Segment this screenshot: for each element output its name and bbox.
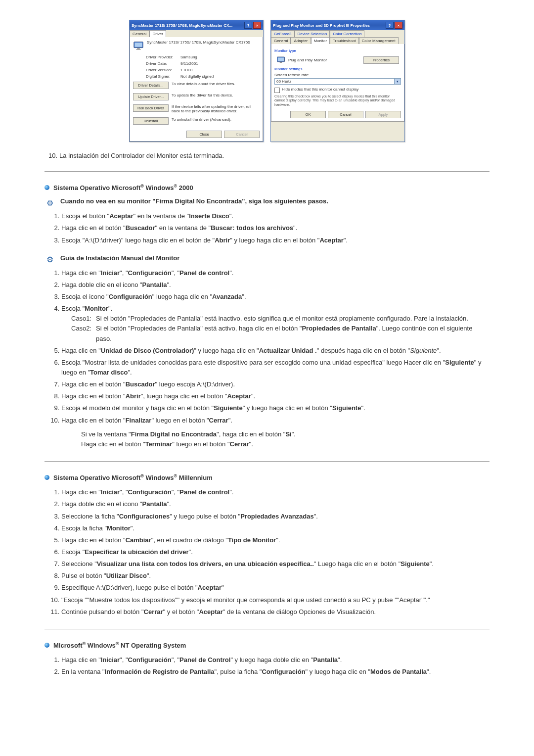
monitor-name: Plug and Play Monitor (288, 58, 327, 62)
monitor-icon (276, 55, 285, 64)
close-icon[interactable]: × (253, 22, 261, 29)
svg-rect-6 (280, 62, 282, 63)
svg-rect-1 (135, 43, 142, 47)
step-number: 10. (48, 152, 57, 159)
tab-troubleshoot[interactable]: Troubleshoot (330, 37, 358, 44)
list-item: Haga clic en "Unidad de Disco (Controlad… (61, 346, 490, 356)
list-item: En la ventana "Información de Registro d… (61, 667, 490, 677)
tab-general[interactable]: General (271, 37, 291, 44)
list-item: Haga clic en el botón "Buscador" luego e… (61, 379, 490, 389)
list-item: Haga clic en "Iniciar", "Configuración",… (61, 487, 490, 497)
list-item: Pulse el botón "Utilizar Disco". (61, 571, 490, 581)
desc: To uninstall the driver (Advanced). (172, 117, 260, 125)
device-name: SyncMaster 171S/ 175S/ 170S, MagicSyncMa… (147, 40, 250, 45)
tab-monitor[interactable]: Monitor (311, 37, 330, 44)
value: 9/11/2001 (180, 61, 198, 66)
driver-details-button[interactable]: Driver Details... (133, 82, 169, 89)
titlebar-text: Plug and Play Monitor and 3D Prophet III… (273, 23, 385, 28)
svg-rect-5 (278, 58, 284, 61)
divider (44, 629, 490, 629)
close-button[interactable]: Close (186, 131, 222, 138)
tab-geforce[interactable]: GeForce3 (271, 30, 295, 37)
bullet-icon (44, 185, 49, 190)
desc: To update the driver for this device. (172, 93, 260, 100)
section-heading-win2000: Sistema Operativo Microsoft® Windows® 20… (44, 184, 490, 191)
svg-rect-3 (136, 49, 140, 49)
help-icon[interactable]: ? (244, 22, 252, 29)
tabs-row-2: General Adapter Monitor Troubleshoot Col… (271, 37, 404, 44)
label: Driver Date: (146, 61, 180, 66)
list-item: Escoja "Especificar la ubicación del dri… (61, 547, 490, 557)
refresh-rate-select[interactable]: 60 Hertz ▾ (274, 78, 401, 85)
hide-modes-checkbox[interactable] (274, 88, 280, 93)
list-item: Haga clic en "Iniciar", "Configuración",… (61, 268, 490, 278)
tabs-row-1: GeForce3 Device Selection Color Correcti… (271, 30, 404, 37)
step-text: La instalación del Controlador del Monit… (59, 152, 224, 159)
sub-title: Cuando no vea en su monitor "Firma Digit… (60, 197, 328, 205)
list-item: Haga doble clic en el icono "Pantalla". (61, 280, 490, 290)
label: Driver Version: (146, 68, 180, 72)
rollback-driver-button[interactable]: Roll Back Driver (133, 104, 169, 112)
label: Digital Signer: (146, 74, 180, 79)
list-item: Escoja el botón "Aceptar" en la ventana … (61, 211, 490, 221)
list-item: Escoja la ficha "Monitor". (61, 523, 490, 533)
tab-general[interactable]: General (130, 30, 149, 37)
value: Samsung (180, 55, 197, 59)
dialog-body: Monitor type Plug and Play Monitor Prope… (271, 44, 404, 122)
section-heading-winme: Sistema Operativo Microsoft® Windows® Mi… (44, 473, 490, 481)
list-item: Escoja "Mostrar lista de unidades conoci… (61, 358, 490, 378)
tab-color-correction[interactable]: Color Correction (330, 30, 364, 37)
ok-button[interactable]: OK (290, 111, 326, 118)
sub-title: Guía de Instalación Manual del Monitor (60, 254, 179, 262)
subsection-heading: ⚙ Cuando no vea en su monitor "Firma Dig… (44, 197, 490, 208)
cancel-button[interactable]: Cancel (328, 111, 363, 118)
warning-text: Clearing this check box allows you to se… (274, 94, 401, 107)
dialog-screenshots: SyncMaster 171S/ 175S/ 170S, MagicSyncMa… (44, 20, 490, 142)
group-monitor-settings: Monitor settings (274, 67, 401, 71)
divider (44, 461, 490, 462)
tabs: General Driver (130, 30, 263, 37)
gear-icon: ⚙ (44, 254, 55, 265)
bullet-icon (44, 643, 49, 648)
dialog-body: SyncMaster 171S/ 175S/ 170S, MagicSyncMa… (130, 37, 263, 142)
update-driver-button[interactable]: Update Driver... (133, 93, 169, 100)
refresh-label: Screen refresh rate: (274, 73, 401, 77)
svg-rect-2 (137, 48, 140, 49)
document-page: SyncMaster 171S/ 175S/ 170S, MagicSyncMa… (15, 0, 519, 706)
label: Driver Provider: (146, 55, 180, 59)
steps-list: Escoja el botón "Aceptar" en la ventana … (44, 211, 490, 245)
list-item: Escoja "A:\(D:\driver)" luego haga clic … (61, 236, 490, 245)
value: 1.0.0.0 (180, 68, 192, 72)
bullet-icon (44, 475, 49, 480)
subsection-heading: ⚙ Guía de Instalación Manual del Monitor (44, 254, 490, 265)
list-item: Escoja el modelo del monitor y haga clic… (61, 403, 490, 413)
value: Not digitally signed (180, 74, 214, 79)
close-icon[interactable]: × (395, 22, 402, 29)
tab-adapter[interactable]: Adapter (291, 37, 311, 44)
list-item: "Escoja ""Muestre todos los dispositivos… (61, 595, 490, 605)
list-item: Haga doble clic en el icono "Pantalla". (61, 499, 490, 509)
driver-properties-dialog: SyncMaster 171S/ 175S/ 170S, MagicSyncMa… (129, 20, 264, 142)
chevron-down-icon: ▾ (394, 79, 400, 84)
help-icon[interactable]: ? (386, 22, 394, 29)
list-item: Escoja el icono "Configuración" luego ha… (61, 292, 490, 302)
uninstall-button[interactable]: Uninstall (133, 117, 169, 125)
tab-driver[interactable]: Driver (149, 30, 166, 37)
monitor-properties-dialog: Plug and Play Monitor and 3D Prophet III… (270, 20, 405, 142)
divider (44, 171, 490, 172)
nt-steps-list: Haga clic en "Iniciar", "Configuración",… (44, 655, 490, 677)
desc: To view details about the driver files. (172, 82, 260, 89)
gear-icon: ⚙ (44, 197, 55, 208)
properties-button[interactable]: Properties (363, 56, 399, 64)
list-item: Haga clic en el botón "Finalizar" luego … (61, 416, 490, 449)
cancel-button: Cancel (224, 131, 260, 138)
list-item: Seleccione "Visualizar una lista con tod… (61, 559, 490, 569)
apply-button: Apply (365, 111, 401, 118)
list-item: Haga clic en el botón "Cambiar", en el c… (61, 535, 490, 545)
monitor-icon (133, 40, 144, 51)
list-item: Haga clic en el botón "Abrir", luego hag… (61, 391, 490, 401)
tab-device-selection[interactable]: Device Selection (295, 30, 330, 37)
tab-color-mgmt[interactable]: Color Management (359, 37, 399, 44)
list-item: Seleccione la ficha "Configuraciones" y … (61, 512, 490, 521)
group-monitor-type: Monitor type (274, 48, 401, 53)
